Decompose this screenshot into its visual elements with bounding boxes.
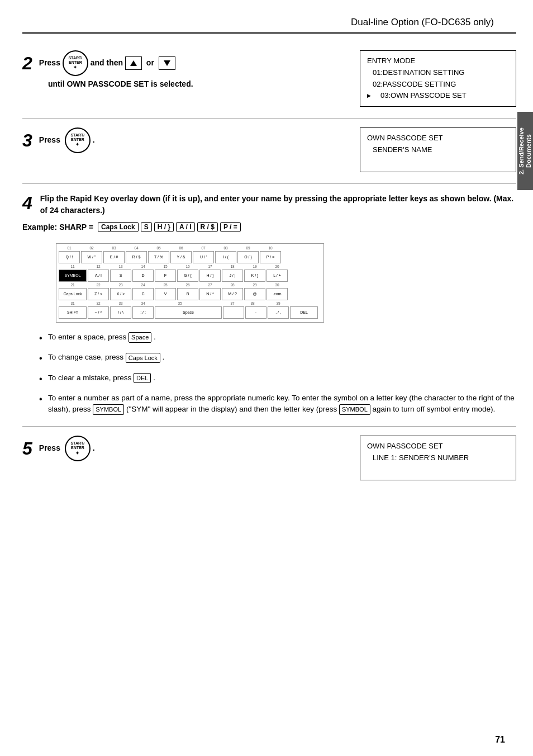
- kb-num-07: 07: [193, 246, 214, 250]
- kb-key-d[interactable]: D: [132, 270, 154, 282]
- page-number: 71: [495, 735, 505, 745]
- step2-instruction: Press START/ ENTER ✦ and then or: [39, 50, 175, 76]
- kb-num-24: 24: [132, 283, 154, 287]
- kb-num-05: 05: [148, 246, 169, 250]
- kb-num-29: 29: [244, 283, 265, 287]
- example-key-a[interactable]: A / I: [176, 222, 195, 232]
- side-tab: 2. Send/Receive Documents: [517, 112, 533, 190]
- kb-key-tilde[interactable]: ~ / ^: [88, 306, 109, 319]
- arrow-down-button[interactable]: [159, 56, 175, 70]
- kb-key-v[interactable]: V: [155, 288, 176, 300]
- kb-key-dot[interactable]: . / ,: [268, 306, 289, 319]
- example-key-s[interactable]: S: [141, 222, 152, 232]
- kb-key-z[interactable]: Z / <: [88, 288, 109, 300]
- kb-key-a[interactable]: A / I: [88, 270, 109, 282]
- example-key-p[interactable]: P / =: [220, 222, 241, 232]
- btn3-enter-label: ENTER: [71, 138, 84, 142]
- kb-key-g[interactable]: G / {: [177, 270, 198, 282]
- bullet-case-text-before: To change case, press: [48, 353, 126, 361]
- kb-num-16: 16: [177, 264, 198, 268]
- step5-left: 5 Press START/ ENTER ✦ .: [22, 436, 349, 465]
- capslock-key-button[interactable]: Caps Lock: [126, 353, 160, 363]
- start-enter-button[interactable]: START/ ENTER ✦: [63, 50, 88, 76]
- step3-number: 3: [22, 130, 32, 151]
- kb-key-n[interactable]: N / *: [199, 288, 221, 300]
- step2-left: 2 Press START/ ENTER ✦ and then or: [22, 50, 349, 88]
- kb-key-p[interactable]: P / =: [260, 251, 281, 263]
- step3-info: OWN PASSCODE SET SENDER'S NAME: [360, 127, 516, 172]
- kb-key-t[interactable]: T / %: [148, 251, 169, 263]
- kb-num-06: 06: [170, 246, 192, 250]
- kb-key-shift[interactable]: SHIFT: [59, 306, 87, 319]
- kb-num-08: 08: [215, 246, 236, 250]
- kb-num-39: 39: [264, 301, 292, 305]
- kb-key-space[interactable]: Space: [155, 306, 222, 319]
- kb-key-l[interactable]: L / +: [266, 270, 288, 282]
- kb-key-del[interactable]: DEL: [290, 306, 318, 319]
- kb-key-x[interactable]: X / >: [110, 288, 131, 300]
- kb-key-symbol1[interactable]: SYMBOL: [59, 270, 87, 282]
- btn-star-icon: ✦: [73, 65, 77, 70]
- kb-num-27: 27: [199, 283, 221, 287]
- step5-press-label: Press: [39, 443, 60, 452]
- bullet-space-text-after: .: [154, 333, 156, 341]
- info5-line1: OWN PASSCODE SET: [367, 441, 509, 452]
- kb-key-u[interactable]: U / ': [193, 251, 214, 263]
- btn3-star-icon: ✦: [75, 143, 79, 148]
- kb-row2-nums: 11 12 13 14 15 16 17 18 19 20: [59, 264, 321, 268]
- info2-line4: 03:OWN PASSCODE SET: [367, 90, 509, 102]
- kb-key-f[interactable]: F: [155, 270, 176, 282]
- bullet-case: To change case, press Caps Lock .: [39, 352, 516, 363]
- start-enter-button-3[interactable]: START/ ENTER ✦: [65, 127, 91, 153]
- kb-key-w[interactable]: W / ": [81, 251, 102, 263]
- kb-num-33: 33: [110, 301, 131, 305]
- kb-num-03: 03: [103, 246, 125, 250]
- symbol-key-button2[interactable]: SYMBOL: [339, 404, 370, 415]
- kb-key-dotcom[interactable]: .com: [266, 288, 288, 300]
- step4-instruction: Flip the Rapid Key overlay down (if it i…: [40, 193, 516, 216]
- kb-key-o[interactable]: O / ): [237, 251, 259, 263]
- kb-key-r[interactable]: R / $: [126, 251, 147, 263]
- step2-and-then: and then: [91, 58, 125, 67]
- kb-key-h[interactable]: H / }: [199, 270, 221, 282]
- start-enter-button-5[interactable]: START/ ENTER ✦: [65, 436, 91, 461]
- del-key-button[interactable]: DEL: [134, 373, 151, 384]
- kb-row2: SYMBOL A / I S D F G / { H / } J / | K /…: [59, 270, 321, 282]
- kb-num-12: 12: [88, 264, 109, 268]
- kb-num-10: 10: [260, 246, 281, 250]
- kb-num-19: 19: [244, 264, 265, 268]
- kb-num-13: 13: [110, 264, 131, 268]
- step3-period: .: [93, 135, 95, 144]
- svg-marker-1: [164, 60, 170, 66]
- info3-line1: OWN PASSCODE SET: [367, 133, 509, 144]
- kb-key-semicolon[interactable]: ; / :: [132, 306, 154, 319]
- arrow-up-button[interactable]: [125, 56, 142, 70]
- kb-key-capslock[interactable]: Caps Lock: [59, 288, 87, 300]
- symbol-key-button1[interactable]: SYMBOL: [93, 404, 124, 415]
- step3-info-box: OWN PASSCODE SET SENDER'S NAME: [360, 127, 516, 172]
- example-key-r[interactable]: R / $: [197, 222, 218, 232]
- example-key-capslock[interactable]: Caps Lock: [98, 222, 139, 232]
- kb-key-j[interactable]: J / |: [222, 270, 243, 282]
- kb-key-m[interactable]: M / ?: [222, 288, 243, 300]
- kb-num-09: 09: [237, 246, 259, 250]
- example-key-h[interactable]: H / }: [154, 222, 174, 232]
- kb-key-k[interactable]: K / }: [244, 270, 265, 282]
- space-key-button[interactable]: Space: [129, 332, 151, 343]
- kb-key-c[interactable]: C: [132, 288, 154, 300]
- kb-key-at[interactable]: @: [244, 288, 265, 300]
- kb-key-e[interactable]: E / #: [103, 251, 125, 263]
- kb-num-36: [206, 301, 223, 305]
- kb-key-slash[interactable]: / / \: [110, 306, 131, 319]
- example-label: Example: SHARP =: [22, 223, 93, 231]
- kb-key-q[interactable]: Q / !: [59, 251, 80, 263]
- kb-key-s[interactable]: S: [110, 270, 131, 282]
- kb-num-31: 31: [59, 301, 87, 305]
- kb-key-y[interactable]: Y / &: [170, 251, 192, 263]
- kb-num-04: 04: [126, 246, 147, 250]
- divider1: [22, 118, 516, 119]
- kb-num-22: 22: [88, 283, 109, 287]
- kb-key-i[interactable]: I / (: [215, 251, 236, 263]
- kb-key-b[interactable]: B: [177, 288, 198, 300]
- kb-key-dash[interactable]: -: [245, 306, 266, 319]
